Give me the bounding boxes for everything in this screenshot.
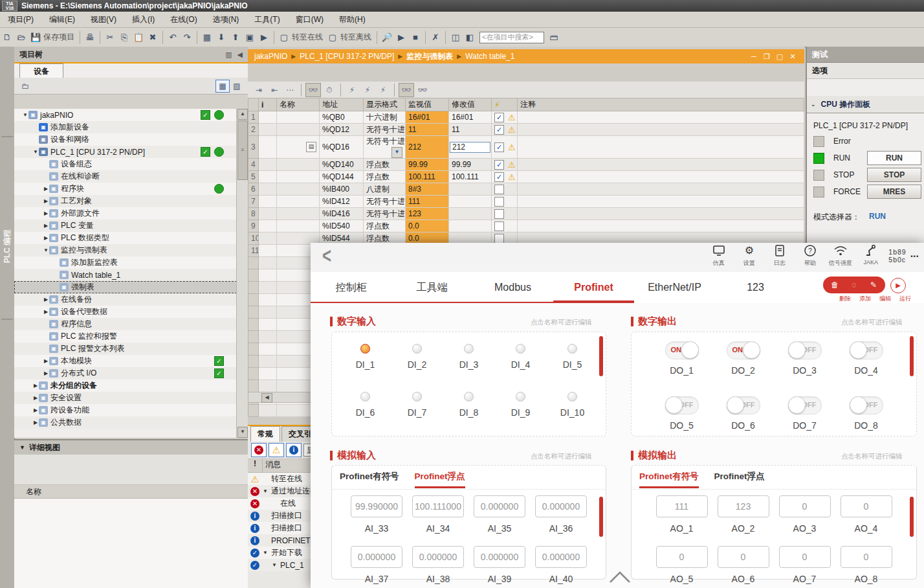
ao-value[interactable]: 0 (718, 546, 769, 568)
modify-checkbox[interactable] (494, 209, 504, 219)
do-toggle[interactable]: OFF (850, 396, 883, 414)
channel-DO_7[interactable]: OFFDO_7 (774, 396, 835, 431)
channel-DO_1[interactable]: ONDO_1 (651, 341, 712, 376)
channel-label[interactable]: AI_40 (531, 574, 592, 584)
toggle-knob-icon[interactable] (788, 396, 806, 414)
row-address-cell[interactable]: %QD144 (320, 171, 364, 183)
channel-label[interactable]: DI_10 (547, 407, 599, 418)
watch-table-row[interactable]: 9%ID540浮点数0.0 (248, 220, 804, 232)
col-format[interactable]: 显示格式 (364, 98, 406, 111)
accessible-devices-icon[interactable]: 🔎 (380, 31, 393, 44)
analog-tab-Profinet有符号[interactable]: Profinet有符号 (340, 471, 399, 488)
start-runtime-icon[interactable]: ▶ (258, 31, 270, 44)
tree-item-安全设置[interactable]: ▶▣安全设置 (14, 392, 237, 404)
channel-label[interactable]: AO_3 (774, 523, 835, 534)
channel-label[interactable]: AI_36 (531, 523, 592, 534)
toggle-knob-icon[interactable] (681, 341, 699, 359)
chevron-right-icon[interactable]: ▶ (43, 223, 49, 229)
row-flag-cell[interactable]: ✓⚠ (492, 171, 518, 183)
channel-DO_6[interactable]: OFFDO_6 (712, 396, 774, 431)
channel-label[interactable]: DO_5 (651, 420, 712, 431)
ao-value[interactable]: 0 (656, 546, 708, 568)
row-flag-cell[interactable]: ✓⚠ (492, 136, 518, 159)
tree-item-Watch-table_1[interactable]: ▣Watch table_1 (14, 269, 237, 281)
add-folder-icon[interactable]: 🗀 (18, 80, 32, 93)
toggle-knob-icon[interactable] (850, 341, 867, 359)
col-name[interactable]: 名称 (277, 98, 320, 111)
robot-button[interactable]: JAKA (855, 244, 886, 266)
chevron-right-icon[interactable]: ▶ (43, 358, 49, 364)
do-toggle[interactable]: OFF (727, 396, 760, 414)
split-editor-vertical-icon[interactable]: ◧ (463, 31, 476, 44)
row-address-cell[interactable]: %ID540 (320, 220, 364, 232)
toggle-knob-icon[interactable] (743, 341, 760, 359)
channel-AO_1[interactable]: 111AO_1 (651, 495, 712, 534)
tree-item-添加新设备[interactable]: ▣添加新设备 (14, 121, 237, 133)
go-offline-icon[interactable]: ▢ (326, 31, 339, 44)
scroll-left-icon[interactable]: ◀ (261, 393, 272, 403)
chevron-down-icon[interactable]: ▼ (22, 112, 28, 118)
tree-item-程序信息[interactable]: ▣程序信息 (14, 318, 237, 330)
modify-all-icon[interactable]: ⚡ (376, 84, 390, 96)
scroll-thumb[interactable]: ≡ (237, 120, 248, 180)
menu-item[interactable]: 窗口(W) (288, 12, 331, 28)
channel-label[interactable]: DI_7 (391, 407, 443, 418)
row-comment-cell[interactable] (518, 220, 804, 232)
row-comment-cell[interactable] (518, 196, 804, 208)
channel-DO_3[interactable]: OFFDO_3 (774, 341, 835, 376)
monitor-now-icon[interactable]: ⏱ (322, 84, 336, 96)
row-name-cell[interactable] (277, 196, 320, 208)
copy-icon[interactable]: ⎘ (118, 31, 131, 44)
chevron-down-icon[interactable]: ▼ (32, 149, 39, 155)
back-icon[interactable]: < (322, 243, 331, 268)
modify-checkbox[interactable] (494, 197, 504, 207)
do-toggle[interactable]: OFF (788, 396, 822, 414)
stop-button[interactable]: STOP (867, 168, 921, 182)
channel-label[interactable]: AI_34 (408, 523, 469, 534)
delete-icon[interactable]: 🗑 (830, 280, 840, 290)
filter-warnings-button[interactable]: ⚠ (269, 443, 284, 457)
row-card-icon[interactable]: ▤ (306, 142, 316, 152)
row-name-cell[interactable] (277, 111, 320, 124)
breadcrumb-part[interactable]: Watch table_1 (465, 52, 514, 61)
redo-icon[interactable]: ↷ (181, 31, 193, 44)
row-modify-cell[interactable] (449, 220, 492, 232)
log-button[interactable]: 日志 (764, 244, 795, 267)
row-format-cell[interactable]: 浮点数 (364, 159, 406, 171)
row-name-cell[interactable]: ▤ (277, 136, 320, 159)
analog-tab-Profinet有符号[interactable]: Profinet有符号 (639, 471, 699, 488)
row-flag-cell[interactable] (492, 208, 518, 220)
print-icon[interactable]: 🖶 (83, 31, 96, 44)
tree-item-PLC-数据类型[interactable]: ▶▣PLC 数据类型 (14, 232, 237, 244)
row-flag-cell[interactable] (492, 183, 518, 196)
chevron-down-icon[interactable]: ▼ (43, 247, 49, 253)
project-library-icon[interactable]: 🗃 (547, 31, 560, 44)
chevron-right-icon[interactable]: ▶ (32, 420, 39, 425)
jaka-tab-123[interactable]: 123 (715, 272, 796, 303)
chevron-right-icon[interactable]: ▶ (32, 383, 39, 389)
channel-DO_2[interactable]: ONDO_2 (712, 341, 774, 376)
channel-label[interactable]: DO_6 (712, 420, 774, 431)
breadcrumb-part[interactable]: 监控与强制表 (406, 51, 453, 62)
chevron-right-icon[interactable]: ▶ (43, 210, 49, 216)
row-name-cell[interactable] (277, 183, 320, 196)
channel-DI_9[interactable]: DI_9 (495, 392, 547, 418)
channel-label[interactable]: DI_4 (495, 359, 547, 370)
start-cpu-icon[interactable]: ▶ (395, 31, 408, 44)
tree-item-PLC-报警文本列表[interactable]: ▣PLC 报警文本列表 (14, 343, 237, 355)
channel-label[interactable]: AI_33 (346, 523, 408, 534)
col-modify-flag[interactable]: ⚡ (492, 98, 518, 111)
new-project-icon[interactable]: 🗋 (1, 31, 14, 44)
modify-with-trigger-icon[interactable]: ⚡ (360, 84, 375, 96)
channel-label[interactable]: DI_5 (547, 359, 599, 370)
channel-label[interactable]: AO_4 (835, 523, 897, 534)
channel-label[interactable]: DI_3 (443, 359, 495, 370)
add-icon[interactable]: ◌ (849, 280, 859, 290)
download-to-device-icon[interactable]: ⬇ (215, 31, 228, 44)
tree-item-在线备份[interactable]: ▶▣在线备份 (14, 293, 237, 306)
jaka-tab-[interactable]: 工具端 (391, 272, 472, 303)
maximize-icon[interactable]: ▢ (775, 52, 785, 61)
tab-general[interactable]: 常规 (250, 426, 280, 442)
row-format-cell[interactable]: 无符号十进制▼ (364, 136, 406, 159)
tree-scrollbar[interactable]: ▲ ≡ ▼ (236, 109, 248, 438)
